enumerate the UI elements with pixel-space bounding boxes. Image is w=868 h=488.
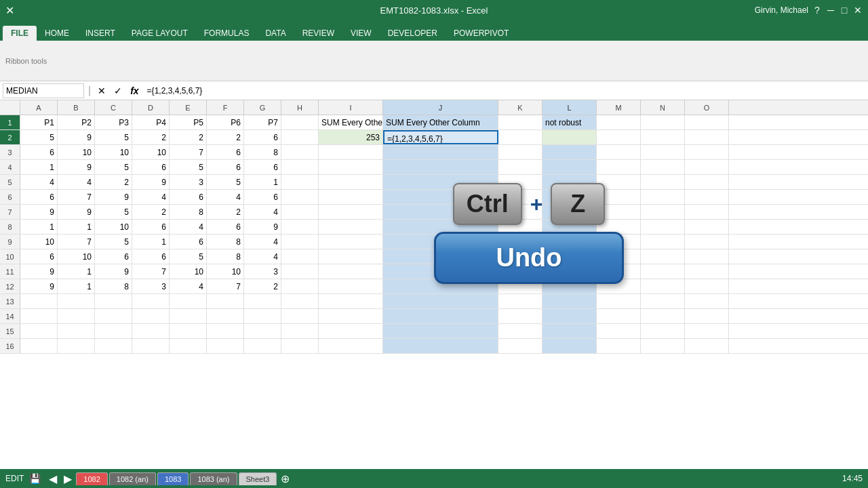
col-header-h[interactable]: H: [281, 100, 319, 115]
cell-g3[interactable]: 8: [244, 145, 281, 159]
cell-c12[interactable]: 8: [95, 279, 132, 293]
tab-home[interactable]: HOME: [37, 26, 77, 41]
cell-m3[interactable]: [597, 145, 641, 159]
cell-h14[interactable]: [281, 309, 319, 323]
cell-j14[interactable]: [383, 309, 498, 323]
cell-b14[interactable]: [58, 309, 95, 323]
cell-a3[interactable]: 6: [20, 145, 58, 159]
cell-i11[interactable]: [319, 264, 383, 279]
tab-review[interactable]: REVIEW: [294, 26, 342, 41]
cell-f12[interactable]: 7: [207, 279, 244, 293]
tab-insert[interactable]: INSERT: [77, 26, 123, 41]
cell-e5[interactable]: 3: [170, 175, 207, 189]
cell-e3[interactable]: 7: [170, 145, 207, 159]
cell-g14[interactable]: [244, 309, 281, 323]
cell-o4[interactable]: [685, 160, 729, 174]
cell-a11[interactable]: 9: [20, 264, 58, 279]
cell-n2[interactable]: [641, 130, 685, 144]
tab-developer[interactable]: DEVELOPER: [380, 26, 446, 41]
cell-n16[interactable]: [641, 339, 685, 353]
cell-f1[interactable]: P6: [207, 115, 244, 129]
row-num-2[interactable]: 2: [0, 130, 20, 144]
cell-a1[interactable]: P1: [20, 115, 58, 129]
cell-a12[interactable]: 9: [20, 279, 58, 293]
cell-a7[interactable]: 9: [20, 205, 58, 219]
cell-n11[interactable]: [641, 264, 685, 279]
cell-f11[interactable]: 10: [207, 264, 244, 279]
cell-n8[interactable]: [641, 220, 685, 234]
cell-o5[interactable]: [685, 175, 729, 189]
cell-o15[interactable]: [685, 324, 729, 338]
cell-l3[interactable]: [542, 145, 597, 159]
cell-a10[interactable]: 6: [20, 249, 58, 264]
cell-m2[interactable]: [597, 130, 641, 144]
cell-g1[interactable]: P7: [244, 115, 281, 129]
cell-k15[interactable]: [498, 324, 542, 338]
cell-o11[interactable]: [685, 264, 729, 279]
cell-i6[interactable]: [319, 190, 383, 204]
cell-d16[interactable]: [132, 339, 170, 353]
cell-i13[interactable]: [319, 294, 383, 308]
cell-h9[interactable]: [281, 235, 319, 249]
cell-e4[interactable]: 5: [170, 160, 207, 174]
cell-i15[interactable]: [319, 324, 383, 338]
cell-f16[interactable]: [207, 339, 244, 353]
cell-n12[interactable]: [641, 279, 685, 293]
cell-g9[interactable]: 4: [244, 235, 281, 249]
cell-l15[interactable]: [542, 324, 597, 338]
help-button[interactable]: ?: [812, 5, 822, 15]
col-header-m[interactable]: M: [597, 100, 641, 115]
formula-input[interactable]: [144, 85, 865, 97]
cell-b1[interactable]: P2: [58, 115, 95, 129]
cell-l1[interactable]: not robust: [542, 115, 597, 129]
cell-f8[interactable]: 6: [207, 220, 244, 234]
row-num-14[interactable]: 14: [0, 309, 20, 323]
cell-d15[interactable]: [132, 324, 170, 338]
sheet-tab-1083an[interactable]: 1083 (an): [190, 472, 237, 485]
cell-k1[interactable]: [498, 115, 542, 129]
cell-h8[interactable]: [281, 220, 319, 234]
cell-b15[interactable]: [58, 324, 95, 338]
cell-l4[interactable]: [542, 160, 597, 174]
cell-j3[interactable]: [383, 145, 498, 159]
cell-m14[interactable]: [597, 309, 641, 323]
cell-g12[interactable]: 2: [244, 279, 281, 293]
col-header-k[interactable]: K: [498, 100, 542, 115]
cell-o14[interactable]: [685, 309, 729, 323]
cell-g7[interactable]: 4: [244, 205, 281, 219]
next-sheet-button[interactable]: ▶: [61, 472, 75, 485]
cell-c1[interactable]: P3: [95, 115, 132, 129]
cell-a14[interactable]: [20, 309, 58, 323]
cell-e8[interactable]: 4: [170, 220, 207, 234]
row-num-4[interactable]: 4: [0, 160, 20, 174]
cell-b12[interactable]: 1: [58, 279, 95, 293]
col-header-a[interactable]: A: [20, 100, 58, 115]
cell-b3[interactable]: 10: [58, 145, 95, 159]
col-header-j[interactable]: J: [383, 100, 498, 115]
col-header-b[interactable]: B: [58, 100, 95, 115]
cell-c9[interactable]: 5: [95, 235, 132, 249]
cell-a8[interactable]: 1: [20, 220, 58, 234]
cell-f5[interactable]: 5: [207, 175, 244, 189]
confirm-formula-button[interactable]: ✓: [111, 84, 125, 98]
row-num-6[interactable]: 6: [0, 190, 20, 204]
cell-a16[interactable]: [20, 339, 58, 353]
cell-f15[interactable]: [207, 324, 244, 338]
cell-i5[interactable]: [319, 175, 383, 189]
cell-o6[interactable]: [685, 190, 729, 204]
cell-c5[interactable]: 2: [95, 175, 132, 189]
row-num-3[interactable]: 3: [0, 145, 20, 159]
cell-m1[interactable]: [597, 115, 641, 129]
cell-k16[interactable]: [498, 339, 542, 353]
cell-m15[interactable]: [597, 324, 641, 338]
sheet-tab-1082[interactable]: 1082: [76, 472, 107, 485]
cell-n9[interactable]: [641, 235, 685, 249]
cell-g16[interactable]: [244, 339, 281, 353]
cell-d13[interactable]: [132, 294, 170, 308]
cell-d14[interactable]: [132, 309, 170, 323]
cell-o7[interactable]: [685, 205, 729, 219]
cell-d6[interactable]: 4: [132, 190, 170, 204]
cell-n3[interactable]: [641, 145, 685, 159]
col-header-l[interactable]: L: [542, 100, 597, 115]
cell-b6[interactable]: 7: [58, 190, 95, 204]
